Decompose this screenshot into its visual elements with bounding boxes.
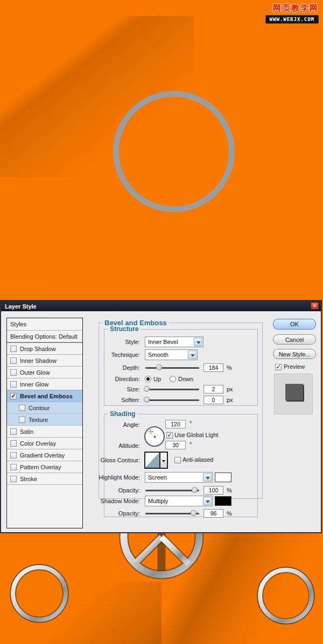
sidebar-item-blending-options[interactable]: Blending Options: Default	[7, 331, 82, 343]
gloss-contour-thumbnail[interactable]	[144, 452, 160, 469]
soften-slider[interactable]	[145, 399, 199, 401]
depth-slider-handle[interactable]	[156, 364, 162, 370]
new-style-button[interactable]: New Style...	[273, 349, 316, 359]
size-slider-handle[interactable]	[144, 386, 150, 392]
dial-angle-marker[interactable]	[150, 431, 151, 432]
soften-label: Soften:	[121, 397, 140, 403]
style-select[interactable]: Inner Bevel	[145, 337, 203, 347]
sidebar-item-inner-glow[interactable]: Inner Glow	[7, 378, 82, 390]
checkbox-icon[interactable]	[10, 428, 17, 435]
direction-down-radio[interactable]	[170, 376, 176, 382]
checkbox-icon[interactable]	[10, 464, 17, 470]
chevron-down-icon[interactable]	[203, 473, 212, 482]
canvas-bottom	[0, 533, 323, 644]
highlight-opacity-label: Opacity:	[118, 487, 140, 493]
sidebar-item-pattern-overlay[interactable]: Pattern Overlay	[7, 461, 82, 473]
dialog-titlebar[interactable]: Layer Style ✕	[1, 301, 321, 311]
dialog-title: Layer Style	[1, 303, 37, 310]
canvas-top	[0, 0, 323, 301]
checkbox-icon[interactable]	[10, 476, 17, 482]
highlight-color-swatch[interactable]	[215, 473, 231, 482]
screenshot-root: { "colors": { "canvas_orange": "#f87800"…	[0, 0, 323, 644]
depth-slider[interactable]	[145, 367, 199, 369]
shadow-opacity-label: Opacity:	[118, 510, 140, 517]
sidebar-item-gradient-overlay[interactable]: Gradient Overlay	[7, 449, 82, 461]
soften-input[interactable]: 0	[203, 396, 223, 404]
highlight-opacity-input[interactable]: 100	[203, 486, 223, 495]
checkbox-icon[interactable]	[19, 417, 25, 423]
depth-input[interactable]: 184	[203, 363, 223, 372]
dial-center-dot	[154, 436, 156, 438]
direction-label: Direction:	[115, 376, 140, 382]
size-input[interactable]: 2	[203, 385, 223, 393]
close-icon[interactable]: ✕	[311, 302, 319, 310]
checkbox-icon[interactable]	[10, 440, 17, 447]
checkbox-icon[interactable]	[10, 381, 17, 388]
sidebar-item-drop-shadow[interactable]: Drop Shadow	[7, 343, 82, 355]
direction-up-radio[interactable]	[145, 376, 151, 382]
highlight-opacity-slider[interactable]	[145, 490, 199, 491]
shadow-mode-select[interactable]: Multiply	[145, 496, 213, 506]
watermark-site-url: WWW.WEBJX.COM	[265, 15, 319, 24]
soften-slider-handle[interactable]	[144, 397, 150, 403]
cancel-button[interactable]: Cancel	[273, 334, 316, 345]
altitude-input[interactable]: 30	[165, 441, 186, 449]
gloss-contour-label: Gloss Contour:	[101, 457, 140, 463]
gray-circle-ring	[113, 91, 235, 212]
sidebar-item-inner-shadow[interactable]: Inner Shadow	[7, 355, 82, 367]
checkbox-icon[interactable]: ✓	[10, 393, 17, 399]
style-label: Style:	[125, 339, 140, 345]
watermark: 网页教学网 WWW.WEBJX.COM	[265, 3, 319, 24]
ok-button[interactable]: OK	[273, 319, 316, 330]
layer-style-dialog: Layer Style ✕ Styles Blending Options: D…	[0, 300, 322, 533]
shadow-opacity-slider[interactable]	[145, 513, 199, 514]
shadow-opacity-input[interactable]: 96	[203, 509, 223, 518]
highlight-opacity-handle[interactable]	[192, 487, 198, 493]
checkbox-icon[interactable]	[10, 452, 17, 459]
checkbox-icon[interactable]	[10, 357, 17, 364]
checkbox-icon[interactable]	[10, 369, 17, 376]
gloss-contour-dropdown-icon[interactable]	[160, 452, 168, 469]
sidebar-item-stroke[interactable]: Stroke	[7, 473, 82, 485]
sidebar-item-color-overlay[interactable]: Color Overlay	[7, 438, 82, 449]
use-global-light-checkbox[interactable]: ✓	[166, 432, 173, 439]
sidebar-item-styles[interactable]: Styles	[7, 318, 82, 331]
highlight-mode-select[interactable]: Screen	[145, 472, 213, 483]
angle-label: Angle:	[123, 421, 140, 428]
anti-aliased-label: Anti-aliased	[182, 456, 213, 463]
checkbox-icon[interactable]	[19, 405, 25, 411]
size-slider[interactable]	[145, 389, 199, 390]
chevron-down-icon[interactable]	[188, 350, 196, 359]
altitude-label: Altitude:	[118, 442, 140, 449]
highlight-mode-label: Highlight Mode:	[99, 474, 140, 481]
sidebar-item-outer-glow[interactable]: Outer Glow	[7, 367, 82, 378]
shadow-opacity-handle[interactable]	[191, 510, 196, 516]
preview-checkbox[interactable]: ✓	[275, 364, 282, 370]
depth-label: Depth:	[123, 364, 140, 371]
preview-label: Preview	[284, 363, 305, 370]
technique-label: Technique:	[111, 352, 140, 358]
anti-aliased-checkbox[interactable]	[174, 457, 181, 463]
angle-dial[interactable]	[144, 426, 165, 447]
preview-thumbnail-square	[285, 384, 303, 400]
technique-select[interactable]: Smooth	[145, 349, 198, 360]
chevron-down-icon[interactable]	[203, 497, 212, 505]
preview-thumbnail	[274, 374, 313, 414]
shadow-mode-label: Shadow Mode:	[101, 498, 140, 504]
checkbox-icon[interactable]	[10, 346, 17, 352]
sidebar-item-satin[interactable]: Satin	[7, 426, 82, 438]
chevron-down-icon[interactable]	[194, 338, 202, 346]
size-label: Size:	[127, 386, 140, 392]
style-list: Styles Blending Options: Default Drop Sh…	[6, 318, 83, 528]
sidebar-item-texture[interactable]: Texture	[7, 414, 82, 426]
use-global-light-label: Use Global Light	[174, 432, 218, 438]
angle-input[interactable]: 120	[165, 420, 186, 428]
sidebar-item-contour[interactable]: Contour	[7, 402, 82, 414]
shadow-color-swatch[interactable]	[215, 496, 231, 506]
watermark-site-name: 网页教学网	[265, 3, 319, 13]
bottom-right-ring	[0, 533, 323, 644]
sidebar-item-bevel-and-emboss[interactable]: ✓ Bevel and Emboss	[7, 390, 82, 402]
